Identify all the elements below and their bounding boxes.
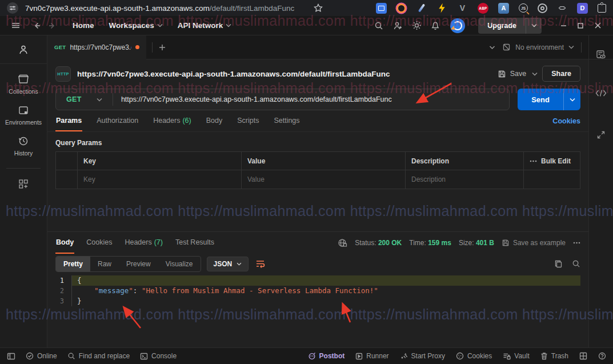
- request-title-url[interactable]: https://7vn0c7pwe3.execute-api.ap-south-…: [77, 70, 390, 78]
- notifications-bell-icon[interactable]: [428, 18, 443, 33]
- extension-lightning-icon[interactable]: [436, 3, 447, 14]
- upgrade-caret-icon[interactable]: [526, 18, 542, 34]
- search-response-icon[interactable]: [572, 259, 580, 268]
- format-selector[interactable]: JSON: [207, 257, 249, 271]
- tab-authorization[interactable]: Authorization: [96, 111, 139, 131]
- view-preview[interactable]: Preview: [119, 257, 158, 271]
- tab-settings[interactable]: Settings: [273, 111, 300, 131]
- online-status[interactable]: Online: [26, 352, 57, 360]
- param-value-input[interactable]: [247, 175, 399, 183]
- copy-response-icon[interactable]: [554, 259, 563, 269]
- url-box: GET: [55, 89, 510, 110]
- sidebar-item-collections[interactable]: Collections: [0, 74, 47, 95]
- network-globe-icon[interactable]: [338, 238, 347, 247]
- code-snippet-icon[interactable]: [595, 74, 607, 97]
- window-close-icon[interactable]: [590, 18, 605, 33]
- browser-url[interactable]: 7vn0c7pwe3.execute-api.ap-south-1.amazon…: [25, 4, 294, 13]
- back-icon[interactable]: [30, 18, 45, 33]
- cookies-link[interactable]: Cookies: [552, 117, 580, 125]
- row-select-cell[interactable]: [56, 170, 78, 189]
- view-raw[interactable]: Raw: [90, 257, 119, 271]
- forward-icon[interactable]: [45, 18, 59, 33]
- request-tab[interactable]: GET https://7vn0c7pwe3.exe: [47, 35, 146, 59]
- runner-button[interactable]: Runner: [355, 352, 388, 360]
- sidebar-item-label: History: [14, 150, 33, 157]
- window-minimize-icon[interactable]: [556, 18, 571, 33]
- tab-params[interactable]: Params: [55, 111, 82, 131]
- nav-workspaces[interactable]: Workspaces: [102, 21, 170, 30]
- method-selector[interactable]: GET: [56, 95, 113, 103]
- extensions-puzzle-icon[interactable]: [598, 4, 606, 13]
- vault-button[interactable]: Vault: [503, 352, 529, 360]
- tab-list-chevron-icon[interactable]: [489, 45, 495, 50]
- console-button[interactable]: Console: [140, 352, 177, 360]
- cookies-button[interactable]: Cookies: [456, 352, 492, 360]
- extension-adblock-icon[interactable]: ABP: [478, 3, 488, 14]
- extension-a-icon[interactable]: A: [498, 3, 509, 14]
- help-icon[interactable]: [598, 352, 606, 360]
- extension-window-icon[interactable]: [376, 3, 387, 14]
- toggle-sidebar-icon[interactable]: [7, 353, 15, 360]
- menu-icon[interactable]: [8, 18, 23, 33]
- start-proxy-button[interactable]: Start Proxy: [400, 352, 445, 360]
- view-pretty[interactable]: Pretty: [56, 257, 90, 271]
- send-button[interactable]: Send: [518, 89, 580, 110]
- upgrade-button[interactable]: Upgrade: [478, 18, 542, 34]
- url-input[interactable]: [113, 95, 509, 103]
- nav-api-network[interactable]: API Network: [170, 21, 239, 30]
- share-button[interactable]: Share: [542, 66, 580, 82]
- nav-home[interactable]: Home: [65, 21, 102, 30]
- window-maximize-icon[interactable]: [573, 18, 588, 33]
- tab-body[interactable]: Body: [206, 111, 223, 131]
- sidebar-item-more-tools[interactable]: [0, 178, 47, 190]
- bulk-edit-label[interactable]: Bulk Edit: [541, 157, 571, 165]
- new-tab-button[interactable]: [158, 43, 166, 51]
- extension-eyedropper-icon[interactable]: [416, 3, 427, 14]
- response-tab-body[interactable]: Body: [55, 232, 74, 254]
- user-profile-icon[interactable]: [0, 35, 47, 64]
- save-options-chevron-icon[interactable]: [532, 72, 538, 76]
- wrap-lines-icon[interactable]: [255, 259, 265, 268]
- search-icon[interactable]: [371, 18, 386, 33]
- more-options-icon[interactable]: [530, 160, 537, 162]
- param-description-input[interactable]: [411, 175, 518, 183]
- settings-gear-icon[interactable]: [409, 18, 424, 33]
- find-and-replace[interactable]: Find and replace: [67, 352, 130, 360]
- size-badge[interactable]: Size: 401 B: [459, 239, 494, 247]
- site-settings-icon[interactable]: [7, 2, 18, 14]
- tab-headers[interactable]: Headers(6): [153, 111, 192, 131]
- status-badge[interactable]: Status: 200 OK: [355, 239, 402, 247]
- response-tab-headers[interactable]: Headers(7): [124, 232, 163, 254]
- sidebar-item-environments[interactable]: Environments: [0, 105, 47, 126]
- send-options-chevron-icon[interactable]: [563, 89, 580, 110]
- extension-rings-icon[interactable]: [538, 3, 547, 13]
- param-key-input[interactable]: [83, 175, 235, 183]
- tab-scripts[interactable]: Scripts: [237, 111, 259, 131]
- environment-quick-look-icon[interactable]: [589, 35, 613, 59]
- postbot-button[interactable]: Postbot: [308, 352, 345, 360]
- panel-layout-icon[interactable]: [579, 352, 587, 360]
- expand-panel-icon[interactable]: [596, 115, 606, 139]
- view-visualize[interactable]: Visualize: [158, 257, 201, 271]
- extension-js-finder-icon[interactable]: JS: [519, 3, 528, 13]
- response-tab-test-results[interactable]: Test Results: [175, 232, 215, 254]
- response-body-viewer[interactable]: 1 { 2 "message": "Hello from Muslim Ahma…: [47, 274, 588, 347]
- bulk-edit-cell[interactable]: Bulk Edit: [524, 152, 580, 170]
- invite-user-icon[interactable]: [390, 18, 405, 33]
- save-as-example-button[interactable]: Save as example: [502, 239, 566, 247]
- postman-logo[interactable]: [450, 18, 465, 33]
- check-circle-icon: [26, 352, 34, 360]
- response-tab-cookies[interactable]: Cookies: [86, 232, 113, 254]
- row-select-cell[interactable]: [56, 152, 78, 170]
- save-button[interactable]: Save: [498, 70, 527, 78]
- extension-react-devtools-icon[interactable]: [557, 3, 567, 13]
- time-badge[interactable]: Time: 159 ms: [409, 239, 451, 247]
- bookmark-star-icon[interactable]: [314, 3, 323, 13]
- environment-selector[interactable]: No environment: [502, 43, 574, 51]
- extension-v-icon[interactable]: V: [457, 3, 468, 14]
- sidebar-item-history[interactable]: History: [0, 135, 47, 157]
- extension-d-icon[interactable]: D: [577, 3, 588, 14]
- trash-button[interactable]: Trash: [540, 352, 568, 360]
- extension-camera-icon[interactable]: [396, 3, 406, 13]
- response-more-options-icon[interactable]: [573, 242, 580, 244]
